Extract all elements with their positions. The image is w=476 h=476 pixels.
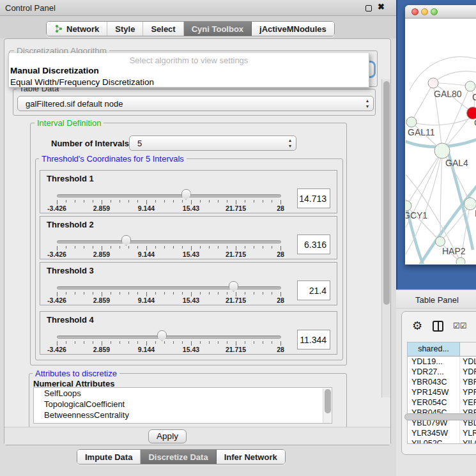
algorithm-option-equal-width[interactable]: Equal Width/Frequency Discretization	[9, 77, 369, 88]
column-header-name[interactable]: n	[460, 342, 476, 356]
table-row[interactable]: YIL052CYIL0	[408, 438, 476, 444]
threshold-3-slider-thumb[interactable]	[229, 281, 238, 292]
apply-button[interactable]: Apply	[148, 429, 187, 443]
network-node[interactable]	[465, 81, 475, 91]
attributes-group-title: Attributes to discretize	[33, 369, 119, 378]
close-icon[interactable]: ✖	[378, 2, 385, 12]
list-item[interactable]: BetweennessCentrality	[34, 410, 332, 420]
minimize-traffic-light-icon[interactable]	[421, 8, 428, 15]
threshold-1-value-input[interactable]	[297, 188, 330, 208]
list-item[interactable]: TopologicalCoefficient	[34, 399, 332, 410]
table-row[interactable]: YDR27...YDR2	[408, 367, 476, 377]
threshold-3-slider-track[interactable]	[57, 286, 281, 289]
network-node[interactable]	[456, 257, 465, 264]
threshold-2-panel: Threshold 2 -3.4262.8599.14415.4321.7152…	[40, 216, 337, 259]
algorithm-option-manual[interactable]: Manual Discretization	[9, 65, 369, 77]
split-columns-icon[interactable]	[433, 321, 443, 332]
close-traffic-light-icon[interactable]	[411, 8, 418, 15]
network-node[interactable]	[406, 117, 417, 127]
control-panel-titlebar: Control Panel ✖	[0, 0, 396, 16]
network-window[interactable]: GAL80GCGAL11GAL4GCY1HHAP2	[405, 5, 476, 265]
table-panel-titlebar: Table Panel	[396, 289, 476, 309]
table-row[interactable]: YPR145WYPR1	[408, 387, 476, 397]
table-panel-title: Table Panel	[415, 295, 459, 305]
network-window-titlebar[interactable]	[405, 5, 476, 19]
tab-select[interactable]: Select	[143, 22, 183, 36]
column-header-shared[interactable]: shared...	[408, 342, 460, 356]
table-row[interactable]: YDL19...YDL1	[408, 357, 476, 367]
bottom-tab-group: Impute Data Discretize Data Infer Networ…	[77, 449, 286, 464]
threshold-2-slider-track[interactable]	[57, 240, 281, 243]
table-data-combo[interactable]: galFiltered.sif default node ▴▾	[17, 96, 374, 111]
tab-infer-network[interactable]: Infer Network	[217, 450, 285, 464]
threshold-4-panel: Threshold 4 -3.4262.8599.14415.4321.7152…	[40, 311, 337, 355]
table-body: YDL19...YDL1YDR27...YDR2YBR043CYBR0YPR14…	[408, 357, 476, 444]
table-row[interactable]: YLR345WYLR3	[408, 428, 476, 438]
node-table[interactable]: shared... n YDL19...YDL1YDR27...YDR2YBR0…	[407, 342, 476, 444]
panel-scrollbar[interactable]	[381, 79, 390, 397]
combo-spinner-icon: ▴▾	[289, 137, 291, 149]
network-node-label: GAL11	[408, 127, 435, 137]
threshold-4-value-input[interactable]	[297, 330, 330, 349]
threshold-4-slider-track[interactable]	[57, 335, 281, 339]
threshold-1-slider-thumb[interactable]	[181, 189, 191, 200]
tab-impute-data[interactable]: Impute Data	[77, 450, 141, 464]
table-row[interactable]: YBR043CYBR0	[408, 377, 476, 387]
network-node-label: GAL4	[445, 158, 468, 168]
top-tab-group: Network Style Select Cyni Toolbox jActiv…	[46, 21, 335, 36]
slider-scale-labels: -3.4262.8599.14415.4321.71528	[57, 250, 281, 258]
number-of-intervals-combo[interactable]: 5 ▴▾	[129, 135, 296, 151]
float-window-icon[interactable]	[365, 5, 372, 12]
checkbox-icons[interactable]: ☑☑	[453, 321, 467, 330]
network-icon	[54, 24, 63, 33]
interval-definition-title: Interval Definition	[35, 118, 104, 128]
screenshot-root: Control Panel ✖ Network Style Select Cyn…	[0, 0, 476, 476]
table-panel-card: ⚙ ☑☑ shared... n YDL19...YDL1YDR27...YDR…	[401, 311, 476, 455]
tab-network[interactable]: Network	[47, 22, 107, 36]
tab-cyni-toolbox[interactable]: Cyni Toolbox	[184, 22, 252, 36]
list-item[interactable]: SelfLoops	[34, 388, 332, 399]
tab-network-label: Network	[66, 24, 99, 34]
threshold-2-value-input[interactable]	[297, 234, 330, 254]
threshold-1-panel: Threshold 1 -3.4262.8599.14415.4321.7152…	[40, 170, 337, 213]
threshold-2-slider-thumb[interactable]	[121, 235, 131, 246]
network-edge[interactable]	[440, 151, 442, 242]
apply-strip: Apply	[4, 427, 390, 445]
network-edge[interactable]	[406, 151, 442, 206]
algorithm-hint: Select algorithm to view settings	[9, 53, 369, 65]
table-header-row: shared... n	[408, 342, 476, 357]
slider-scale-labels: -3.4262.8599.14415.4321.71528	[57, 204, 281, 212]
table-panel-region: Table Panel ⚙ ☑☑ shared... n YDL19...YDL…	[396, 289, 476, 476]
network-node[interactable]	[406, 201, 411, 211]
horizontal-scrollbar[interactable]	[404, 413, 476, 420]
tab-jactivemnodules[interactable]: jActiveMNodules	[252, 22, 334, 36]
network-edge[interactable]	[411, 83, 433, 122]
threshold-4-slider-thumb[interactable]	[157, 330, 167, 341]
network-node-label: GAL80	[434, 89, 462, 99]
gear-icon[interactable]: ⚙	[412, 319, 422, 333]
threshold-3-value-input[interactable]	[297, 280, 330, 300]
table-row[interactable]: YER054CYER0	[408, 397, 476, 408]
tab-discretize-data[interactable]: Discretize Data	[141, 450, 216, 464]
network-edge[interactable]	[411, 113, 476, 125]
network-node[interactable]	[434, 143, 450, 158]
threshold-1-slider-track[interactable]	[57, 194, 281, 197]
number-of-intervals-label: Number of Intervals	[51, 139, 129, 148]
slider-scale-labels: -3.4262.8599.14415.4321.71528	[57, 296, 281, 304]
tab-style[interactable]: Style	[107, 22, 143, 36]
threshold-3-panel: Threshold 3 -3.4262.8599.14415.4321.7152…	[40, 262, 337, 305]
network-canvas[interactable]: GAL80GCGAL11GAL4GCY1HHAP2	[406, 19, 476, 264]
combo-spinner-icon: ▴▾	[366, 98, 369, 109]
network-node[interactable]	[428, 78, 438, 88]
list-scrollbar[interactable]	[323, 388, 331, 424]
numerical-attributes-list[interactable]: SelfLoopsTopologicalCoefficientBetweenne…	[33, 387, 332, 424]
zoom-traffic-light-icon[interactable]	[431, 8, 438, 15]
network-node[interactable]	[436, 237, 445, 247]
algorithm-dropdown-popup: Select algorithm to view settings Manual…	[8, 53, 369, 88]
network-graph: GAL80GCGAL11GAL4GCY1HHAP2	[406, 19, 476, 264]
thresholds-group-title: Threshold's Coordinates for 5 Intervals	[39, 154, 187, 164]
slider-scale-labels: -3.4262.8599.14415.4321.71528	[57, 346, 281, 353]
network-node-label: G	[472, 92, 476, 102]
desktop-background: GAL80GCGAL11GAL4GCY1HHAP2	[396, 0, 476, 289]
network-edge[interactable]	[433, 83, 470, 86]
